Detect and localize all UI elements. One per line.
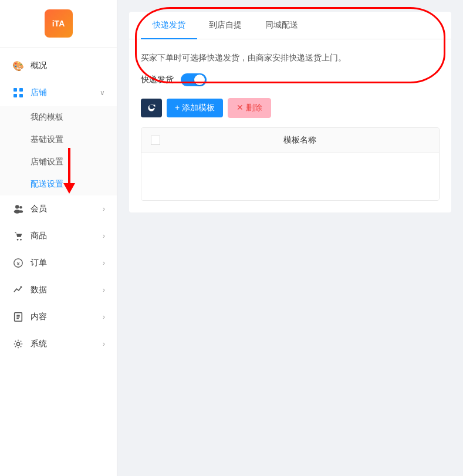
sidebar-item-member[interactable]: 会员 › xyxy=(0,195,117,222)
sidebar: iTA 🎨 概况 店铺 ∨ 我的模板 xyxy=(0,0,117,476)
system-chevron-icon: › xyxy=(103,340,105,348)
delivery-description: 买家下单时可选择快递发货，由商家安排快递送货上门。 xyxy=(141,51,440,64)
sidebar-item-deliverysettings[interactable]: 配送设置 xyxy=(0,173,117,195)
sidebar-menu: 🎨 概况 店铺 ∨ 我的模板 基础设置 xyxy=(0,48,117,476)
store-submenu: 我的模板 基础设置 店铺设置 配送设置 xyxy=(0,106,117,195)
sidebar-item-label-goods: 商品 xyxy=(31,231,47,241)
sidebar-item-data[interactable]: 数据 › xyxy=(0,276,117,303)
content-chevron-icon: › xyxy=(103,313,105,321)
system-icon xyxy=(12,337,25,350)
sidebar-item-overview[interactable]: 🎨 概况 xyxy=(0,52,117,79)
order-icon: ¥ xyxy=(12,256,25,269)
tab-pickup[interactable]: 到店自提 xyxy=(197,12,254,39)
sidebar-item-label-member: 会员 xyxy=(31,204,47,214)
svg-point-7 xyxy=(19,210,23,213)
sidebar-item-storesettings[interactable]: 店铺设置 xyxy=(0,151,117,173)
sidebar-item-label-order: 订单 xyxy=(31,258,47,268)
sidebar-item-label-deliverysettings: 配送设置 xyxy=(31,179,63,190)
delivery-settings-card: 快递发货 到店自提 同城配送 买家下单时可选择快递发货，由商家安排快递送货上门。… xyxy=(129,12,451,212)
goods-chevron-icon: › xyxy=(103,232,105,240)
main-content: 快递发货 到店自提 同城配送 买家下单时可选择快递发货，由商家安排快递送货上门。… xyxy=(117,0,463,476)
table-body xyxy=(141,153,439,200)
svg-rect-0 xyxy=(13,88,17,92)
sidebar-item-goods[interactable]: 商品 › xyxy=(0,222,117,249)
sidebar-item-store[interactable]: 店铺 ∨ xyxy=(0,79,117,106)
main-scroll-area: 快递发货 到店自提 同城配送 买家下单时可选择快递发货，由商家安排快递送货上门。… xyxy=(117,0,463,476)
svg-point-9 xyxy=(20,239,22,241)
express-tab-content: 买家下单时可选择快递发货，由商家安排快递送货上门。 快递发货 + 添加模板 xyxy=(129,39,451,212)
sidebar-item-label-data: 数据 xyxy=(31,285,47,295)
sidebar-item-basicsettings[interactable]: 基础设置 xyxy=(0,129,117,151)
tab-city-delivery[interactable]: 同城配送 xyxy=(254,12,310,39)
member-chevron-icon: › xyxy=(103,205,105,213)
express-toggle[interactable] xyxy=(181,73,207,86)
overview-icon: 🎨 xyxy=(12,59,25,72)
member-icon xyxy=(12,202,25,215)
store-chevron-icon: ∨ xyxy=(100,89,105,97)
toggle-label: 快递发货 xyxy=(141,75,174,85)
refresh-icon xyxy=(147,103,156,113)
data-icon xyxy=(12,283,25,296)
svg-point-8 xyxy=(17,239,19,241)
sidebar-item-label-storesettings: 店铺设置 xyxy=(31,157,63,167)
sidebar-item-label-content: 内容 xyxy=(31,312,47,322)
sidebar-item-content[interactable]: 内容 › xyxy=(0,303,117,330)
logo: iTA xyxy=(45,9,73,38)
sidebar-header: iTA xyxy=(0,0,117,48)
goods-icon xyxy=(12,229,25,242)
sidebar-item-mytemplate[interactable]: 我的模板 xyxy=(0,106,117,129)
template-table: 模板名称 xyxy=(141,127,440,201)
delete-label: ✕ 删除 xyxy=(236,103,262,113)
store-icon xyxy=(12,86,25,99)
delivery-tabs: 快递发货 到店自提 同城配送 xyxy=(129,12,451,39)
toggle-row: 快递发货 xyxy=(141,73,440,86)
svg-point-6 xyxy=(19,206,22,209)
sidebar-item-system[interactable]: 系统 › xyxy=(0,330,117,357)
order-chevron-icon: › xyxy=(103,259,105,267)
data-chevron-icon: › xyxy=(103,286,105,294)
svg-rect-2 xyxy=(13,94,17,97)
svg-rect-3 xyxy=(19,94,23,97)
svg-point-16 xyxy=(16,342,19,345)
add-template-label: + 添加模板 xyxy=(175,103,215,113)
sidebar-item-label-basicsettings: 基础设置 xyxy=(31,134,63,145)
action-bar: + 添加模板 ✕ 删除 xyxy=(141,98,440,118)
svg-text:¥: ¥ xyxy=(16,261,20,266)
table-header: 模板名称 xyxy=(141,128,439,153)
sidebar-item-label-mytemplate: 我的模板 xyxy=(31,112,63,123)
select-all-checkbox[interactable] xyxy=(151,136,160,145)
svg-point-4 xyxy=(15,205,19,208)
delete-button[interactable]: ✕ 删除 xyxy=(228,98,271,118)
svg-rect-1 xyxy=(19,88,23,92)
tab-express[interactable]: 快递发货 xyxy=(141,12,197,39)
sidebar-item-label-store: 店铺 xyxy=(31,87,47,98)
table-col-name: 模板名称 xyxy=(170,135,430,146)
sidebar-item-label-overview: 概况 xyxy=(31,60,47,71)
sidebar-item-order[interactable]: ¥ 订单 › xyxy=(0,249,117,276)
refresh-button[interactable] xyxy=(141,99,162,117)
content-icon xyxy=(12,310,25,323)
add-template-button[interactable]: + 添加模板 xyxy=(167,99,223,117)
sidebar-item-label-system: 系统 xyxy=(31,339,47,349)
